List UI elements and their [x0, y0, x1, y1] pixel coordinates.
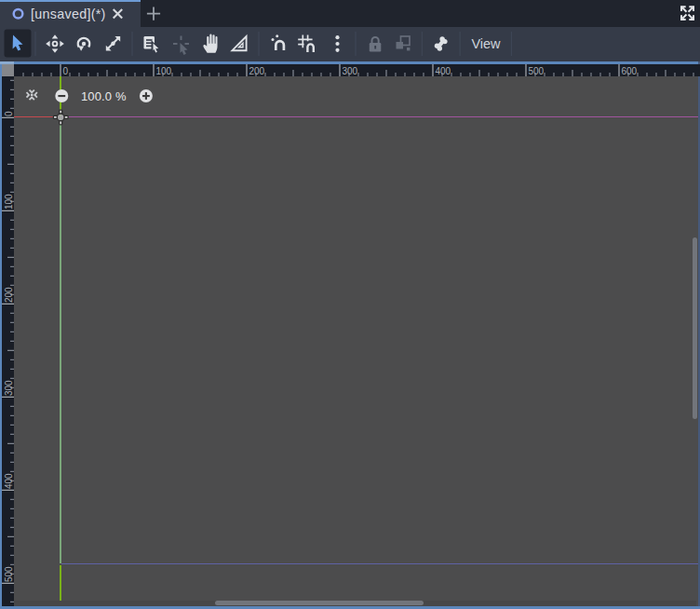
svg-text:100.0 %: 100.0 % — [81, 89, 127, 103]
